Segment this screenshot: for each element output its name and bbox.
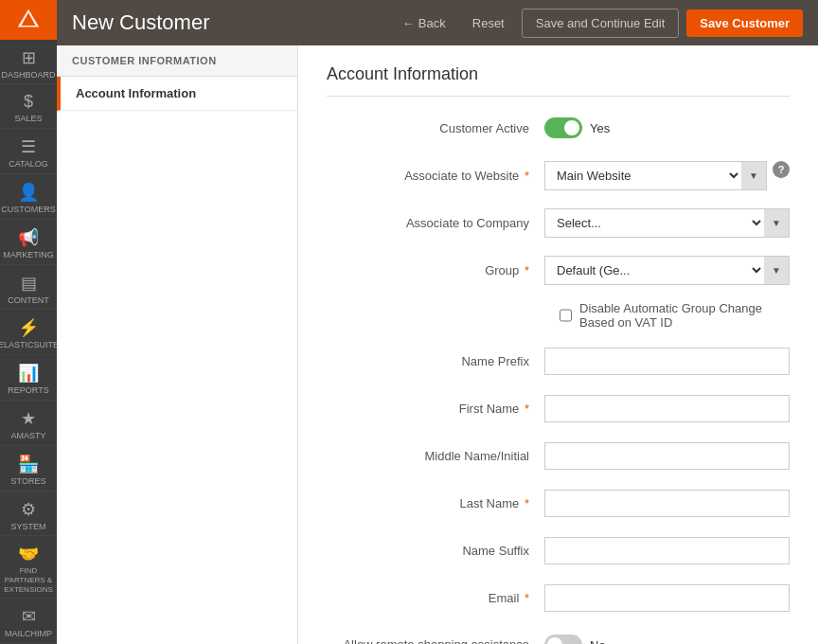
sidebar-item-elasticsuite[interactable]: ⚡ ELASTICSUITE <box>0 310 57 355</box>
associate-website-select[interactable]: Main Website <box>544 161 741 190</box>
name-prefix-control <box>544 348 790 375</box>
associate-website-dropdown-btn[interactable]: ▼ <box>741 161 767 190</box>
email-input[interactable] <box>544 584 790 612</box>
email-control <box>544 584 790 612</box>
last-name-row: Last Name * <box>327 487 790 519</box>
disable-vat-row: Disable Automatic Group Change Based on … <box>327 301 790 330</box>
associate-website-select-wrap: Main Website ▼ ? <box>544 161 790 190</box>
associate-company-select-wrap: Select... ▼ <box>544 208 790 238</box>
allow-remote-toggle[interactable] <box>544 635 582 644</box>
associate-website-row: Associate to Website * Main Website ▼ ? <box>327 159 790 191</box>
allow-remote-toggle-wrap: No <box>544 635 790 644</box>
sidebar-item-sales[interactable]: $ SALES <box>0 84 57 129</box>
sales-icon: $ <box>24 92 33 112</box>
name-suffix-label: Name Suffix <box>327 544 544 558</box>
name-suffix-row: Name Suffix <box>327 534 790 566</box>
customers-icon: 👤 <box>18 182 39 203</box>
sidebar-item-stores[interactable]: 🏪 STORES <box>0 446 57 492</box>
left-nav-item-account-information[interactable]: Account Information <box>57 77 297 111</box>
sidebar-item-mailchimp[interactable]: ✉ MAILCHIMP <box>0 599 57 644</box>
customer-active-control: Yes <box>544 117 790 138</box>
associate-company-select[interactable]: Select... <box>544 208 764 238</box>
sidebar-item-dashboard[interactable]: ⊞ DASHBOARD <box>0 40 57 85</box>
name-prefix-row: Name Prefix <box>327 345 790 377</box>
topbar-actions: ← Back Reset Save and Continue Edit Save… <box>393 9 803 38</box>
first-name-row: First Name * <box>327 392 790 424</box>
associate-company-control: Select... ▼ <box>544 208 790 238</box>
partners-icon: 🤝 <box>18 544 39 564</box>
stores-icon: 🏪 <box>18 454 39 474</box>
middle-name-control <box>544 442 790 470</box>
last-name-label: Last Name * <box>327 496 544 510</box>
sidebar-item-system[interactable]: ⚙ SYSTEM <box>0 492 57 537</box>
group-row: Group * Default (Ge... ▼ <box>327 254 790 286</box>
sidebar-item-catalog[interactable]: ☰ CATALOG <box>0 129 57 174</box>
group-dropdown-btn[interactable]: ▼ <box>764 256 790 285</box>
group-select-wrap: Default (Ge... ▼ <box>544 256 790 285</box>
associate-website-help-icon[interactable]: ? <box>773 161 790 178</box>
main-area: New Customer ← Back Reset Save and Conti… <box>57 0 818 644</box>
toggle-slider <box>544 117 582 138</box>
associate-company-dropdown-btn[interactable]: ▼ <box>764 208 790 238</box>
first-name-input[interactable] <box>544 395 790 422</box>
content-icon: ▤ <box>21 273 37 294</box>
sidebar-item-customers[interactable]: 👤 CUSTOMERS <box>0 174 57 220</box>
group-label: Group * <box>327 263 544 277</box>
topbar: New Customer ← Back Reset Save and Conti… <box>57 0 818 45</box>
last-name-required: * <box>525 496 529 510</box>
group-control: Default (Ge... ▼ <box>544 256 790 285</box>
back-arrow-icon: ← <box>402 16 415 30</box>
customer-active-toggle[interactable] <box>544 117 582 138</box>
catalog-icon: ☰ <box>21 136 36 157</box>
reports-icon: 📊 <box>18 363 39 384</box>
allow-remote-slider <box>544 635 582 644</box>
back-button[interactable]: ← Back <box>393 10 455 36</box>
last-name-input[interactable] <box>544 490 790 517</box>
logo[interactable] <box>0 0 57 40</box>
content-area: Customer Information Account Information… <box>57 45 818 644</box>
group-required: * <box>525 263 529 277</box>
associate-website-required: * <box>525 169 529 183</box>
email-label: Email * <box>327 591 544 605</box>
system-icon: ⚙ <box>21 499 36 520</box>
dashboard-icon: ⊞ <box>22 47 36 68</box>
associate-company-label: Associate to Company <box>327 216 544 230</box>
sidebar-item-content[interactable]: ▤ CONTENT <box>0 265 57 311</box>
email-required: * <box>525 591 529 605</box>
name-suffix-input[interactable] <box>544 537 790 564</box>
name-prefix-label: Name Prefix <box>327 354 544 368</box>
associate-company-row: Associate to Company Select... ▼ <box>327 206 790 239</box>
save-continue-button[interactable]: Save and Continue Edit <box>522 9 680 38</box>
disable-vat-label[interactable]: Disable Automatic Group Change Based on … <box>579 301 790 330</box>
associate-website-control: Main Website ▼ ? <box>544 161 790 190</box>
first-name-label: First Name * <box>327 402 544 416</box>
left-nav-section-title: Customer Information <box>57 45 297 77</box>
name-suffix-control <box>544 537 790 564</box>
middle-name-row: Middle Name/Initial <box>327 439 790 472</box>
sidebar-item-amasty[interactable]: ★ AMASTY <box>0 401 57 446</box>
page-title: New Customer <box>72 10 393 35</box>
middle-name-input[interactable] <box>544 442 790 470</box>
customer-active-label: Customer Active <box>327 121 544 135</box>
save-button[interactable]: Save Customer <box>686 9 803 37</box>
sidebar: ⊞ DASHBOARD $ SALES ☰ CATALOG 👤 CUSTOMER… <box>0 0 57 644</box>
customer-active-toggle-wrap: Yes <box>544 117 790 138</box>
first-name-control <box>544 395 790 422</box>
amasty-icon: ★ <box>21 408 36 429</box>
first-name-required: * <box>525 402 529 416</box>
name-prefix-input[interactable] <box>544 348 790 375</box>
marketing-icon: 📢 <box>18 227 39 248</box>
sidebar-item-marketing[interactable]: 📢 MARKETING <box>0 220 57 265</box>
allow-remote-control: No <box>544 635 790 644</box>
group-select[interactable]: Default (Ge... <box>544 256 764 285</box>
sidebar-item-partners[interactable]: 🤝 FIND PARTNERS & EXTENSIONS <box>0 536 57 599</box>
form-area: Account Information Customer Active Yes <box>298 45 818 644</box>
email-row: Email * <box>327 581 790 614</box>
allow-remote-label: Allow remote shopping assistance <box>327 637 544 644</box>
disable-vat-checkbox[interactable] <box>560 309 572 322</box>
reset-button[interactable]: Reset <box>463 10 514 36</box>
sidebar-item-reports[interactable]: 📊 REPORTS <box>0 355 57 401</box>
form-section-title: Account Information <box>327 64 790 97</box>
left-nav: Customer Information Account Information <box>57 45 298 644</box>
customer-active-value: Yes <box>590 121 610 135</box>
